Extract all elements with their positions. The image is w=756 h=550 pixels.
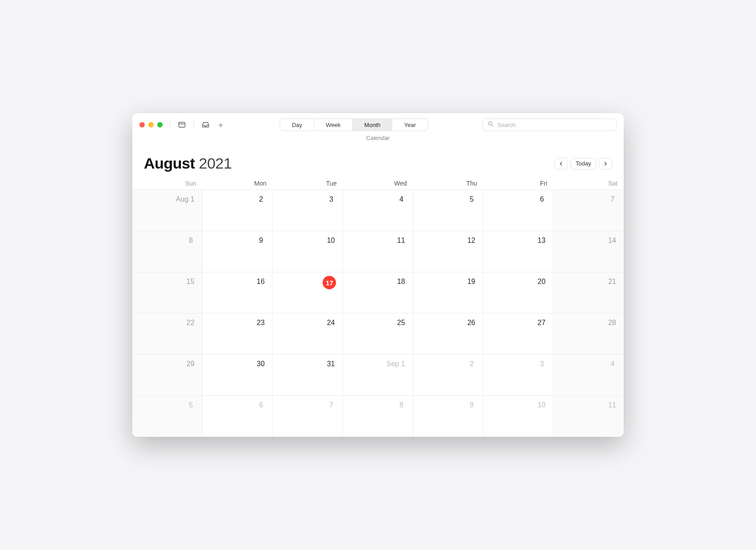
month-label: August	[144, 155, 195, 172]
day-cell[interactable]: 13	[483, 231, 554, 272]
day-cell[interactable]: 20	[483, 272, 554, 313]
maximize-window-button[interactable]	[157, 122, 163, 127]
day-number: 20	[536, 276, 547, 288]
day-cell[interactable]: 12	[413, 231, 483, 272]
search-icon	[487, 121, 494, 129]
day-cell[interactable]: 16	[202, 272, 273, 313]
next-month-button[interactable]	[599, 158, 612, 169]
day-number: 15	[185, 276, 196, 288]
day-number: 16	[255, 276, 266, 288]
prev-month-button[interactable]	[554, 158, 568, 169]
tab-month[interactable]: Month	[353, 119, 392, 131]
day-cell[interactable]: 4	[554, 355, 624, 396]
day-number: 2	[467, 358, 477, 370]
day-cell[interactable]: 14	[554, 231, 624, 272]
day-cell[interactable]: 19	[413, 272, 483, 313]
weekday-sat: Sat	[554, 177, 624, 190]
day-cell[interactable]: 11	[554, 396, 624, 437]
day-cell[interactable]: 26	[413, 313, 483, 355]
day-cell[interactable]: 3	[483, 355, 554, 396]
day-number: 25	[396, 317, 407, 329]
day-cell[interactable]: 27	[483, 313, 554, 355]
day-cell[interactable]: Sep 1	[343, 355, 413, 396]
day-cell[interactable]: 31	[273, 355, 343, 396]
divider	[193, 121, 194, 128]
day-cell[interactable]: 11	[343, 231, 413, 272]
calendars-sidebar-icon[interactable]	[177, 120, 186, 129]
today-button[interactable]: Today	[571, 158, 596, 169]
weekday-sun: Sun	[132, 177, 202, 190]
day-cell[interactable]: 4	[343, 190, 413, 231]
close-window-button[interactable]	[139, 122, 145, 127]
day-cell[interactable]: 5	[132, 396, 202, 437]
day-number: 11	[396, 235, 407, 246]
day-number: 10	[536, 399, 547, 411]
day-number: 5	[186, 399, 196, 411]
day-cell[interactable]: 6	[202, 396, 273, 437]
day-cell[interactable]: 6	[483, 190, 554, 231]
day-cell[interactable]: 29	[132, 355, 202, 396]
day-number: 7	[326, 399, 336, 411]
year-label: 2021	[199, 155, 232, 172]
day-number: 2	[256, 194, 266, 205]
month-nav: Today	[554, 158, 612, 169]
day-cell[interactable]: 18	[343, 272, 413, 313]
day-cell[interactable]: 17	[273, 272, 343, 313]
day-number: 22	[185, 317, 196, 329]
day-cell[interactable]: 10	[483, 396, 554, 437]
day-cell[interactable]: 25	[343, 313, 413, 355]
tab-day[interactable]: Day	[280, 119, 314, 131]
day-number: 17	[323, 276, 336, 289]
day-cell[interactable]: 24	[273, 313, 343, 355]
day-number: 6	[256, 399, 266, 411]
day-cell[interactable]: 30	[202, 355, 273, 396]
weekday-tue: Tue	[273, 177, 343, 190]
day-cell[interactable]: 8	[132, 231, 202, 272]
add-event-icon[interactable]: ＋	[216, 120, 225, 129]
day-cell[interactable]: 7	[554, 190, 624, 231]
day-cell[interactable]: 2	[413, 355, 483, 396]
day-number: 26	[466, 317, 477, 329]
minimize-window-button[interactable]	[148, 122, 154, 127]
day-cell[interactable]: 9	[413, 396, 483, 437]
weekday-header-row: Sun Mon Tue Wed Thu Fri Sat	[132, 177, 624, 190]
day-cell[interactable]: 22	[132, 313, 202, 355]
day-cell[interactable]: 23	[202, 313, 273, 355]
day-cell[interactable]: 7	[273, 396, 343, 437]
tab-week[interactable]: Week	[314, 119, 353, 131]
day-number: 21	[607, 276, 617, 288]
day-cell[interactable]: 28	[554, 313, 624, 355]
day-number: 4	[608, 358, 617, 370]
day-cell[interactable]: 21	[554, 272, 624, 313]
day-cell[interactable]: 5	[413, 190, 483, 231]
tab-year[interactable]: Year	[392, 119, 427, 131]
day-cell[interactable]: 8	[343, 396, 413, 437]
window-subtitle: Calendar	[132, 135, 624, 148]
day-number: 7	[608, 194, 617, 205]
inbox-icon[interactable]	[201, 120, 210, 129]
day-cell[interactable]: 15	[132, 272, 202, 313]
day-cell[interactable]: 3	[273, 190, 343, 231]
day-number: 31	[326, 358, 336, 370]
calendar-header: August 2021 Today	[132, 148, 624, 177]
weekday-mon: Mon	[202, 177, 273, 190]
view-switcher: Day Week Month Year	[280, 118, 428, 131]
search-input[interactable]	[497, 122, 612, 128]
search-field[interactable]	[483, 118, 617, 131]
day-number: Aug 1	[174, 194, 196, 205]
day-number: 27	[536, 317, 547, 329]
day-cell[interactable]: Aug 1	[132, 190, 202, 231]
day-cell[interactable]: 2	[202, 190, 273, 231]
day-number: 9	[256, 235, 266, 246]
month-grid: Aug 123456789101112131415161718192021222…	[132, 190, 624, 437]
day-number: 8	[397, 399, 407, 411]
day-cell[interactable]: 10	[273, 231, 343, 272]
day-number: 19	[466, 276, 477, 288]
divider	[170, 121, 170, 128]
day-number: 8	[186, 235, 196, 246]
day-number: 13	[536, 235, 547, 246]
weekday-fri: Fri	[483, 177, 554, 190]
day-number: 24	[326, 317, 336, 329]
day-number: 4	[397, 194, 407, 205]
day-cell[interactable]: 9	[202, 231, 273, 272]
